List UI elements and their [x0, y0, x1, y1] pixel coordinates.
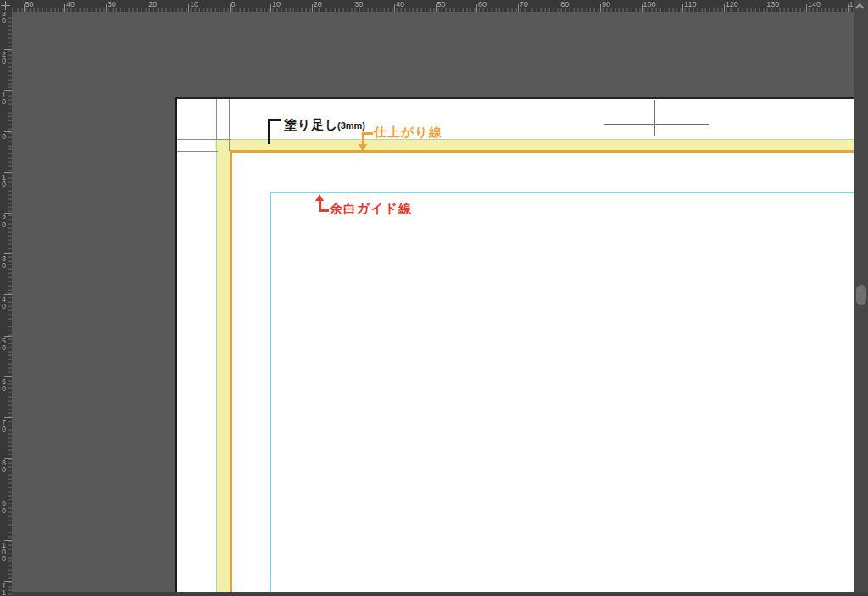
ruler-minor-ticks: [8, 12, 12, 596]
vertical-scrollbar[interactable]: [854, 0, 868, 596]
ruler-label: 30: [2, 255, 6, 269]
ruler-major-tick: [188, 4, 189, 12]
ruler-label: 110: [684, 0, 696, 8]
ruler-major-tick: [765, 4, 765, 12]
ruler-label: 70: [2, 419, 6, 432]
ruler-label: 50: [2, 337, 6, 351]
ruler-label: 120: [726, 0, 738, 8]
trim-annotation-label: 仕上がり線: [374, 125, 442, 141]
ruler-label: 40: [66, 0, 75, 8]
bleed-callout-bracket: [268, 119, 270, 144]
ruler-label: 10: [190, 0, 198, 8]
ruler-horizontal[interactable]: 5040302010010203040506070809010011012013…: [12, 0, 854, 12]
ruler-label: 50: [437, 0, 446, 8]
ruler-label: 0: [231, 0, 236, 8]
bleed-border-line-vertical: [216, 139, 218, 596]
ruler-label: 10: [272, 0, 281, 8]
trim-highlight-band-horizontal: [215, 140, 854, 150]
ruler-label: 90: [2, 500, 6, 514]
ruler-label: 100: [2, 542, 6, 562]
ruler-label: 50: [25, 0, 34, 8]
trim-highlight-band-vertical: [217, 140, 230, 596]
ruler-label: 10: [2, 92, 6, 105]
ruler-label: 90: [602, 0, 610, 8]
ruler-major-tick: [106, 4, 107, 12]
ruler-major-tick: [682, 4, 683, 12]
ruler-label: 80: [560, 0, 569, 8]
margin-callout-bracket: [319, 209, 329, 212]
corner-crop-mark-vertical-outer: [216, 99, 217, 140]
bleed-size-label: (3mm): [337, 120, 365, 131]
ruler-major-tick: [24, 4, 25, 12]
ruler-major-tick: [642, 4, 643, 12]
center-crop-mark-vertical: [654, 100, 655, 136]
document-page[interactable]: [175, 97, 854, 596]
ruler-label: 110: [2, 582, 6, 596]
ruler-major-tick: [270, 4, 271, 12]
ruler-major-tick: [353, 4, 353, 12]
corner-crop-mark-vertical-inner: [229, 99, 230, 151]
ruler-label: 10: [2, 174, 6, 187]
corner-crop-mark-horizontal-outer: [177, 139, 231, 140]
ruler-major-tick: [394, 4, 395, 12]
ruler-label: 20: [148, 0, 157, 8]
ruler-vertical[interactable]: 3020100102030405060708090100110: [0, 12, 12, 596]
ruler-major-tick: [312, 4, 313, 12]
corner-crop-mark-horizontal-inner: [177, 151, 218, 152]
bleed-annotation-label: 塗り足し: [284, 117, 339, 133]
vertical-scrollbar-thumb[interactable]: [856, 285, 866, 305]
margin-guide-line-horizontal: [270, 192, 854, 193]
ruler-label: 30: [2, 12, 6, 24]
margin-guide-line-vertical: [270, 192, 271, 592]
ruler-major-tick: [64, 4, 65, 12]
ruler-major-tick: [230, 4, 231, 12]
ruler-origin-crosshair-icon[interactable]: [0, 0, 12, 12]
ruler-label: 70: [520, 0, 528, 8]
ruler-major-tick: [476, 4, 477, 12]
trim-line-horizontal: [230, 150, 854, 153]
ruler-major-tick: [436, 4, 437, 12]
ruler-label: 130: [766, 0, 779, 8]
ruler-label: 20: [314, 0, 322, 8]
bleed-border-line-horizontal: [215, 139, 854, 141]
ruler-major-tick: [806, 4, 807, 12]
horizontal-scrollbar[interactable]: [0, 592, 868, 596]
ruler-label: 150: [849, 0, 854, 8]
ruler-label: 40: [396, 0, 404, 8]
ruler-minor-ticks: [12, 8, 854, 12]
ruler-major-tick: [848, 4, 849, 12]
margin-annotation-label: 余白ガイド線: [330, 201, 412, 217]
ruler-label: 30: [354, 0, 363, 8]
ruler-major-tick: [518, 4, 519, 12]
scrollbar-up-arrow-icon[interactable]: [854, 0, 868, 13]
ruler-label: 20: [2, 51, 6, 64]
ruler-label: 140: [808, 0, 821, 8]
ruler-label: 80: [2, 460, 6, 473]
ruler-major-tick: [724, 4, 725, 12]
center-crop-mark-horizontal: [604, 124, 709, 125]
ruler-label: 40: [2, 296, 6, 309]
ruler-label: 100: [643, 0, 656, 8]
ruler-label: 60: [478, 0, 487, 8]
ruler-label: 30: [108, 0, 116, 8]
ruler-label: 60: [2, 378, 6, 392]
trim-callout-arrow-down-icon: [359, 144, 367, 152]
ruler-major-tick: [559, 4, 559, 12]
ruler-major-tick: [147, 4, 147, 12]
ruler-label: 0: [2, 133, 6, 140]
ruler-label: 20: [2, 214, 6, 228]
ruler-major-tick: [600, 4, 601, 12]
canvas-workspace: 塗り足し (3mm) 仕上がり線 余白ガイド線 5040302010010203…: [0, 0, 868, 596]
trim-line-vertical: [230, 150, 232, 596]
